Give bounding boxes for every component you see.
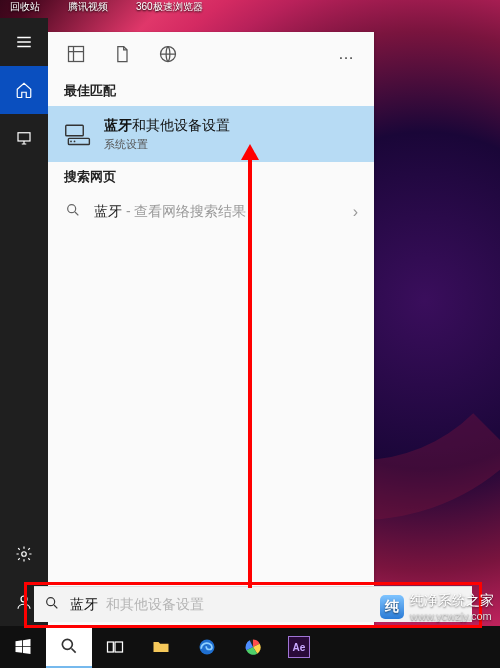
svg-rect-3 (69, 47, 84, 62)
globe-icon (158, 44, 178, 64)
after-effects-button[interactable]: Ae (276, 626, 322, 668)
windows-icon (13, 637, 33, 657)
start-left-rail (0, 18, 48, 626)
svg-rect-13 (115, 642, 123, 652)
desktop-icon-360-browser[interactable]: 360极速浏览器 (136, 0, 203, 18)
edge-browser-button[interactable] (184, 626, 230, 668)
bluetooth-settings-icon (64, 120, 92, 148)
gear-icon (15, 545, 33, 563)
account-icon (15, 593, 33, 611)
browser-colorful-button[interactable] (230, 626, 276, 668)
taskbar: Ae (0, 626, 500, 668)
best-match-title: 蓝牙和其他设备设置 (104, 117, 230, 135)
edge-icon (197, 637, 217, 657)
taskbar-search-button[interactable] (46, 626, 92, 668)
filter-apps[interactable] (54, 32, 98, 76)
file-explorer-button[interactable] (138, 626, 184, 668)
web-search-text: 蓝牙 - 查看网络搜索结果 (94, 203, 341, 221)
svg-point-8 (74, 141, 76, 143)
best-match-subtitle: 系统设置 (104, 137, 230, 152)
best-match-result[interactable]: 蓝牙和其他设备设置 系统设置 (48, 106, 374, 162)
monitor-icon (15, 129, 33, 147)
svg-point-11 (62, 639, 72, 649)
filter-documents[interactable] (100, 32, 144, 76)
start-button[interactable] (0, 626, 46, 668)
hamburger-button[interactable] (0, 18, 48, 66)
svg-rect-0 (18, 133, 30, 141)
after-effects-icon: Ae (288, 636, 310, 658)
svg-point-2 (21, 596, 27, 602)
search-suggestion-text: 和其他设备设置 (106, 596, 204, 614)
settings-button[interactable] (0, 530, 48, 578)
filter-web[interactable] (146, 32, 190, 76)
home-button[interactable] (0, 66, 48, 114)
colorful-circle-icon (243, 637, 263, 657)
taskview-button[interactable] (92, 626, 138, 668)
chevron-right-icon: › (353, 203, 358, 221)
home-icon (15, 81, 33, 99)
apps-icon (66, 44, 86, 64)
svg-rect-12 (108, 642, 114, 652)
search-icon (59, 636, 79, 656)
watermark: 纯 纯净系统之家 www.ycwzjy.com (380, 592, 494, 622)
watermark-logo-icon: 纯 (380, 595, 404, 619)
search-typed-text: 蓝牙 (70, 596, 98, 614)
svg-point-9 (68, 205, 76, 213)
document-icon (112, 44, 132, 64)
ellipsis-icon: … (338, 45, 354, 63)
watermark-text: 纯净系统之家 (410, 592, 494, 610)
search-icon (64, 202, 82, 222)
annotation-arrow (248, 156, 252, 588)
svg-rect-5 (66, 125, 84, 136)
hamburger-icon (15, 33, 33, 51)
taskview-icon (105, 637, 125, 657)
folder-icon (151, 637, 171, 657)
svg-point-10 (47, 597, 55, 605)
svg-point-7 (70, 141, 72, 143)
desktop-icons-row: 回收站 腾讯视频 360极速浏览器 (10, 0, 490, 18)
more-options[interactable]: … (324, 32, 368, 76)
search-filter-tabs: … (48, 32, 374, 76)
desktop-icon-tencent-video[interactable]: 腾讯视频 (68, 0, 108, 18)
search-results-panel: … 最佳匹配 蓝牙和其他设备设置 系统设置 搜索网页 蓝牙 - 查看网络搜索结果… (48, 32, 374, 626)
web-search-result[interactable]: 蓝牙 - 查看网络搜索结果 › (48, 192, 374, 232)
search-icon (44, 595, 62, 615)
search-web-header: 搜索网页 (48, 162, 374, 192)
svg-point-1 (22, 552, 27, 557)
desktop-icon-recycle-bin[interactable]: 回收站 (10, 0, 40, 18)
watermark-url: www.ycwzjy.com (410, 610, 494, 622)
rail-monitor-button[interactable] (0, 114, 48, 162)
best-match-header: 最佳匹配 (48, 76, 374, 106)
